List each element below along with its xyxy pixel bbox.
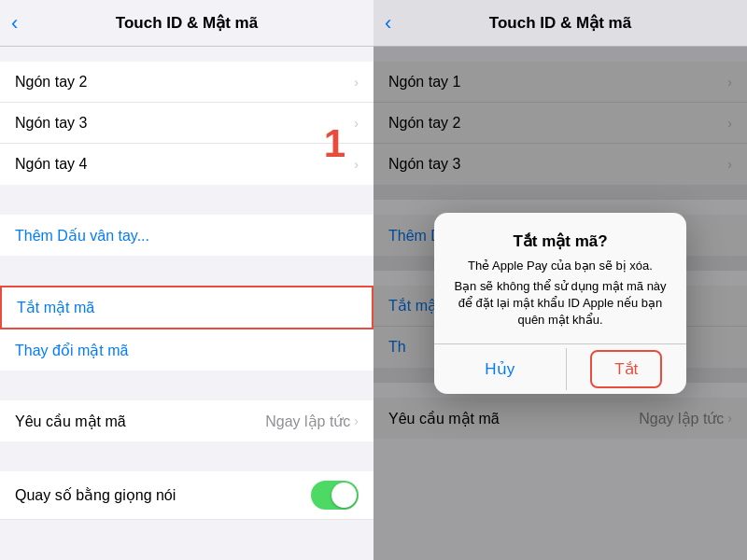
left-gap-2 xyxy=(0,256,374,271)
dialog-title: Tắt mật mã? xyxy=(449,231,671,251)
dialog-buttons: Hủy Tắt 2 xyxy=(434,343,686,394)
left-voice-dial-item: Quay số bằng giọng nói xyxy=(0,471,374,520)
left-change-passcode-label: Thay đổi mật mã xyxy=(15,342,128,359)
left-finger-4-chevron-icon: › xyxy=(354,157,359,172)
dialog-cancel-button[interactable]: Hủy xyxy=(434,348,567,390)
right-panel: ‹ Touch ID & Mật mã Ngón tay 1 › Ngón ta… xyxy=(374,0,747,560)
left-back-button[interactable]: ‹ xyxy=(11,13,20,34)
left-gap-4 xyxy=(0,441,374,456)
dialog-box: Tắt mật mã? Thẻ Apple Pay của bạn sẽ bị … xyxy=(434,213,686,395)
left-finger-3-chevron-icon: › xyxy=(354,116,359,131)
dialog-message: Bạn sẽ không thể sử dụng mật mã này để đ… xyxy=(449,278,671,329)
left-disable-passcode-label: Tắt mật mã xyxy=(17,299,94,316)
dialog-container: Tắt mật mã? Thẻ Apple Pay của bạn sẽ bị … xyxy=(434,213,686,395)
dialog-confirm-wrapper: Tắt 2 xyxy=(567,344,687,394)
left-panel-title: Touch ID & Mật mã xyxy=(116,13,258,33)
right-panel-title: Touch ID & Mật mã xyxy=(489,13,631,33)
right-back-button[interactable]: ‹ xyxy=(385,13,393,34)
left-add-fingerprint-section: Thêm Dấu vân tay... xyxy=(0,215,374,256)
left-voice-dial-toggle[interactable] xyxy=(311,481,359,510)
left-disable-passcode-item[interactable]: Tắt mật mã xyxy=(0,286,374,329)
dialog-overlay: Tắt mật mã? Thẻ Apple Pay của bạn sẽ bị … xyxy=(374,47,747,560)
left-finger-4-label: Ngón tay 4 xyxy=(15,156,87,173)
right-header: ‹ Touch ID & Mật mã xyxy=(374,0,747,47)
left-finger-2-label: Ngón tay 2 xyxy=(15,74,87,91)
left-gap-3 xyxy=(0,371,374,385)
left-finger-2-chevron-icon: › xyxy=(354,75,359,90)
dialog-confirm-button[interactable]: Tắt xyxy=(590,350,662,388)
left-panel: ‹ Touch ID & Mật mã Ngón tay 2 › Ngón ta… xyxy=(0,0,374,560)
step1-badge: 1 xyxy=(324,121,345,166)
left-finger-3-label: Ngón tay 3 xyxy=(15,115,87,132)
left-require-passcode-chevron-icon: › xyxy=(354,413,359,428)
dialog-subtitle: Thẻ Apple Pay của bạn sẽ bị xóa. xyxy=(449,259,671,273)
right-back-chevron-icon: ‹ xyxy=(385,13,391,34)
left-back-chevron-icon: ‹ xyxy=(11,13,18,34)
left-gap-1 xyxy=(0,185,374,200)
left-require-passcode-item[interactable]: Yêu cầu mật mã Ngay lập tức › xyxy=(0,400,374,441)
left-add-fingerprint-item[interactable]: Thêm Dấu vân tay... xyxy=(0,215,374,256)
left-voice-dial-label: Quay số bằng giọng nói xyxy=(15,486,176,504)
left-require-passcode-label: Yêu cầu mật mã xyxy=(15,413,126,430)
left-finger-3-item[interactable]: Ngón tay 3 › xyxy=(0,103,374,144)
left-require-passcode-section: Yêu cầu mật mã Ngay lập tức › xyxy=(0,400,374,441)
left-finger-2-item[interactable]: Ngón tay 2 › xyxy=(0,62,374,103)
left-passcode-section: Tắt mật mã Thay đổi mật mã xyxy=(0,286,374,371)
left-require-passcode-value: Ngay lập tức xyxy=(265,413,350,430)
left-fingers-list: Ngón tay 2 › Ngón tay 3 › Ngón tay 4 › xyxy=(0,62,374,185)
left-voice-dial-section: Quay số bằng giọng nói xyxy=(0,471,374,520)
left-header: ‹ Touch ID & Mật mã xyxy=(0,0,374,47)
left-change-passcode-item[interactable]: Thay đổi mật mã xyxy=(0,329,374,371)
left-add-fingerprint-label: Thêm Dấu vân tay... xyxy=(15,227,149,245)
dialog-content: Tắt mật mã? Thẻ Apple Pay của bạn sẽ bị … xyxy=(434,213,686,344)
left-finger-4-item[interactable]: Ngón tay 4 › xyxy=(0,144,374,185)
